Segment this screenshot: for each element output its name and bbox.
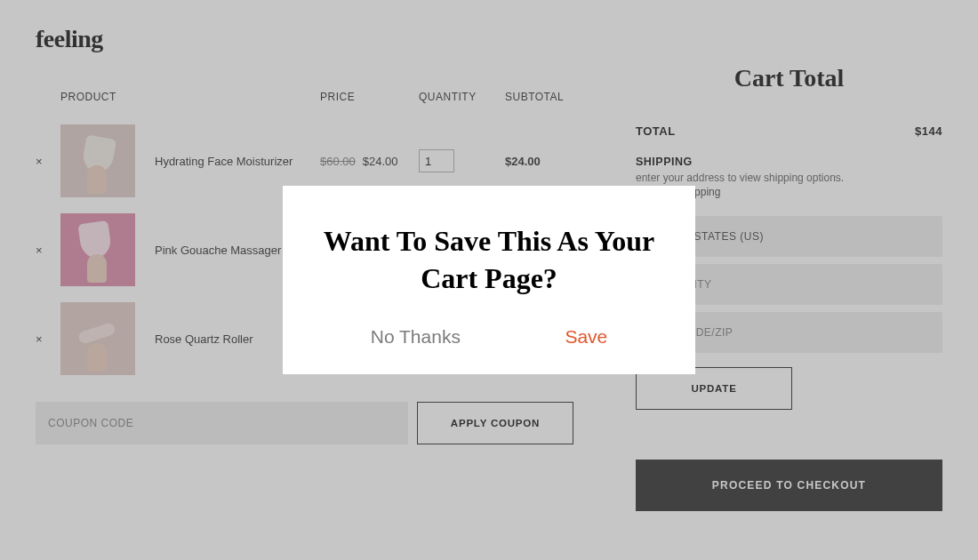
no-thanks-button[interactable]: No Thanks: [371, 326, 461, 348]
save-button[interactable]: Save: [565, 326, 607, 348]
modal-actions: No Thanks Save: [318, 326, 660, 348]
save-cart-modal: Want To Save This As Your Cart Page? No …: [283, 186, 695, 373]
modal-overlay[interactable]: Want To Save This As Your Cart Page? No …: [0, 0, 978, 560]
modal-title: Want To Save This As Your Cart Page?: [318, 223, 660, 297]
